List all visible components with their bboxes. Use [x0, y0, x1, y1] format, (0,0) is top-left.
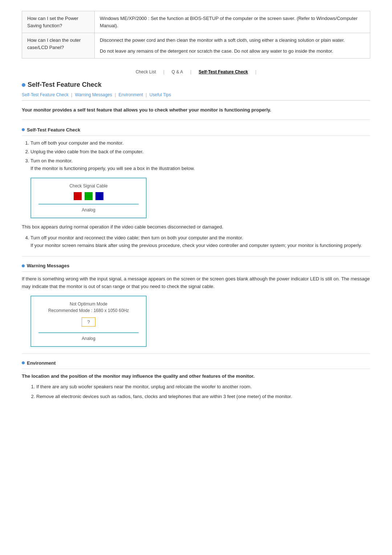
divider-1 — [22, 256, 370, 256]
sub-nav-sep3: | — [146, 92, 147, 97]
after-box-text: This box appears during normal operation… — [22, 223, 370, 231]
self-test-heading: Self-Test Feature Check — [27, 127, 80, 133]
nav-qa[interactable]: Q & A — [172, 69, 183, 74]
divider-2 — [22, 353, 370, 354]
env-item-1: If there are any sub woofer speakers nea… — [36, 383, 370, 391]
green-square — [85, 192, 93, 200]
color-squares — [38, 192, 139, 200]
page-title: Self-Test Feature Check — [28, 81, 102, 89]
nav-checklist[interactable]: Check List — [136, 69, 156, 74]
title-dot — [22, 83, 25, 87]
environment-bold-text: The location and the position of the mon… — [22, 373, 370, 380]
faq-answer-1: Windows ME/XP/2000 : Set the function at… — [95, 11, 370, 33]
faq-answer-2: Disconnect the power cord and then clean… — [95, 33, 370, 58]
faq-row-1: How can I set the Power Saving function?… — [22, 11, 370, 33]
sub-nav-warning[interactable]: Warning Messages — [75, 92, 112, 97]
warning-illustration-box: Not Optimum Mode Recommended Mode : 1680… — [30, 296, 147, 347]
environment-heading: Environment — [27, 360, 56, 366]
environment-heading-row: Environment — [22, 360, 370, 369]
step-3: Turn on the monitor. If the monitor is f… — [30, 157, 370, 173]
step-2: Unplug the video cable from the back of … — [30, 148, 370, 156]
warning-dot — [22, 264, 25, 267]
faq-answer-2-p2: Do not leave any remains of the detergen… — [100, 48, 365, 55]
title-row: Self-Test Feature Check — [22, 81, 370, 89]
environment-list: If there are any sub woofer speakers nea… — [36, 383, 370, 401]
warning-heading-row: Warning Messages — [22, 263, 370, 272]
nav-self-test[interactable]: Self-Test Feature Check — [199, 69, 248, 74]
intro-text: Your monitor provides a self test featur… — [22, 106, 370, 120]
step-3-subtext: If the monitor is functioning properly, … — [30, 166, 195, 171]
warn-subtitle: Recommended Mode : 1680 x 1050 60Hz — [38, 308, 139, 313]
nav-sep-1: | — [163, 69, 164, 74]
page-title-section: Self-Test Feature Check — [22, 81, 370, 89]
step-4-text: Turn off your monitor and reconnect the … — [30, 235, 243, 240]
faq-question-1: How can I set the Power Saving function? — [22, 11, 95, 33]
sub-nav-useful-tips[interactable]: Useful Tips — [150, 92, 171, 97]
sub-nav-sep2: | — [115, 92, 116, 97]
self-test-dot — [22, 128, 25, 131]
nav-sep-2: | — [190, 69, 191, 74]
step-4: Turn off your monitor and reconnect the … — [30, 234, 370, 250]
steps-list: Turn off both your computer and the moni… — [30, 139, 370, 173]
signal-cable-box: Check Signal Cable Analog — [30, 178, 147, 218]
warn-footer: Analog — [38, 332, 139, 341]
environment-dot — [22, 361, 25, 364]
sub-nav-environment[interactable]: Environment — [119, 92, 143, 97]
step-4-cont: If your monitor screen remains blank aft… — [30, 243, 362, 248]
sub-nav: Self-Test Feature Check | Warning Messag… — [22, 92, 370, 101]
self-test-heading-row: Self-Test Feature Check — [22, 127, 370, 136]
nav-sep-3: | — [255, 69, 256, 74]
step-1: Turn off both your computer and the moni… — [30, 139, 370, 147]
blue-square — [95, 192, 103, 200]
step-3-text: Turn on the monitor. — [30, 158, 73, 163]
faq-answer-2-p1: Disconnect the power cord and then clean… — [100, 37, 365, 44]
warning-body: If there is something wrong with the inp… — [22, 275, 370, 291]
sub-nav-self-test[interactable]: Self-Test Feature Check — [22, 92, 69, 97]
question-box: ? — [82, 317, 95, 327]
faq-question-2: How can I clean the outer case/LCD Panel… — [22, 33, 95, 58]
faq-row-2: How can I clean the outer case/LCD Panel… — [22, 33, 370, 58]
step4-list: Turn off your monitor and reconnect the … — [30, 234, 370, 250]
signal-cable-title: Check Signal Cable — [38, 183, 139, 189]
warn-title: Not Optimum Mode — [38, 301, 139, 307]
warning-heading: Warning Messages — [27, 263, 69, 268]
faq-table: How can I set the Power Saving function?… — [22, 11, 370, 58]
env-item-2: Remove all electronic devices such as ra… — [36, 393, 370, 401]
signal-cable-footer: Analog — [38, 204, 139, 212]
sub-nav-sep1: | — [71, 92, 72, 97]
red-square — [74, 192, 82, 200]
top-nav-bar: Check List | Q & A | Self-Test Feature C… — [22, 69, 370, 74]
